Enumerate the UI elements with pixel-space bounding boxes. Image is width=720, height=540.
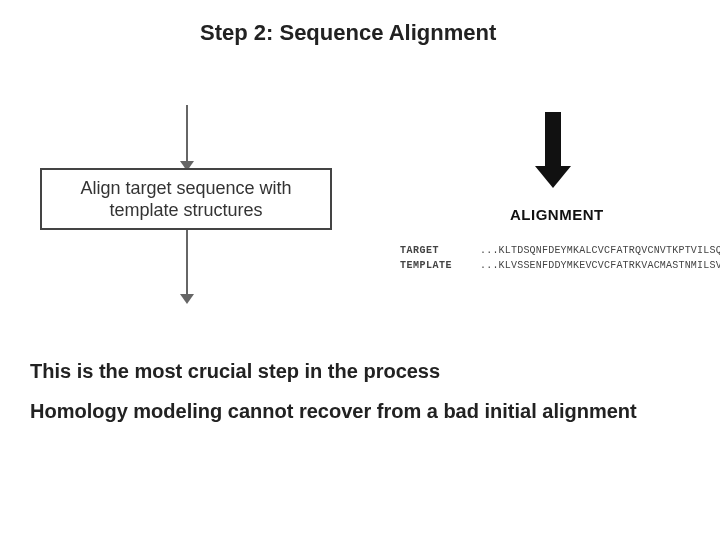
alignment-heading: ALIGNMENT (510, 206, 604, 223)
sequence-row-template: TEMPLATE ...KLVSSENFDDYMKEVCVCFATRKVACMA… (400, 258, 720, 273)
sequence-value: ...KLVSSENFDDYMKEVCVCFATRKVACMASTNMILSVN… (480, 258, 720, 273)
step-box-label: Align target sequence with template stru… (50, 177, 322, 222)
sequence-alignment-block: TARGET ...KLTDSQNFDEYMKALCVCFATRQVCNVTKP… (400, 243, 720, 273)
sequence-row-target: TARGET ...KLTDSQNFDEYMKALCVCFATRQVCNVTKP… (400, 243, 720, 258)
body-text-line-2: Homology modeling cannot recover from a … (30, 400, 637, 423)
sequence-name: TEMPLATE (400, 258, 458, 273)
sequence-value: ...KLTDSQNFDEYMKALCVCFATRQVCNVTKPTVILSQE… (480, 243, 720, 258)
step-box-align: Align target sequence with template stru… (40, 168, 332, 230)
flow-arrow-down-icon (186, 105, 188, 163)
thick-arrow-down-icon (545, 112, 561, 168)
sequence-name: TARGET (400, 243, 458, 258)
body-text-line-1: This is the most crucial step in the pro… (30, 360, 440, 383)
flow-arrow-down-icon (186, 230, 188, 296)
slide-title: Step 2: Sequence Alignment (200, 20, 496, 46)
